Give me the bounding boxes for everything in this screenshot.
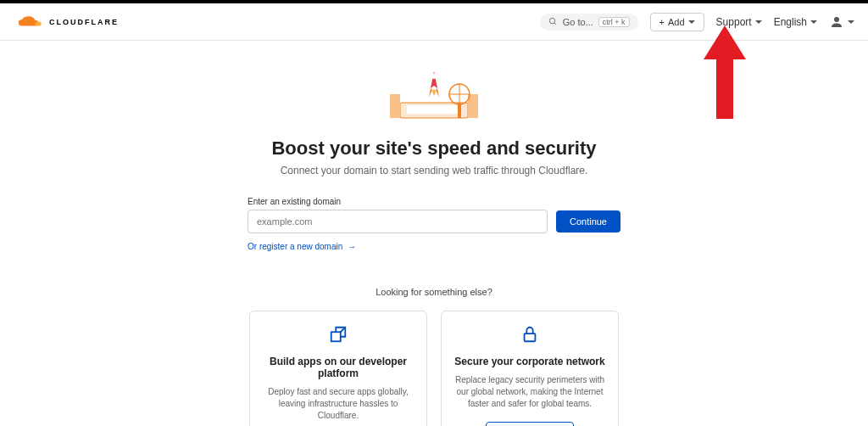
chevron-down-icon [688,20,695,24]
chevron-down-icon [848,20,854,24]
deploy-icon [329,325,348,344]
setup-zero-trust-button[interactable]: Set up Zero Trust [486,422,573,426]
card-desc: Deploy fast and secure apps globally, le… [262,386,415,422]
card-title: Secure your corporate network [453,356,606,367]
account-dropdown[interactable] [829,14,854,30]
hero-title: Boost your site's speed and security [0,137,868,160]
developer-platform-card: Build apps on our developer platform Dep… [249,311,427,426]
svg-rect-12 [331,332,341,341]
language-dropdown[interactable]: English [774,16,817,28]
hero-subtitle: Connect your domain to start sending web… [0,165,868,177]
register-domain-link[interactable]: Or register a new domain → [248,242,356,251]
cards-container: Build apps on our developer platform Dep… [0,311,868,426]
search-icon [548,17,558,26]
card-title: Build apps on our developer platform [262,356,415,379]
hero-illustration [366,64,502,124]
card-desc: Replace legacy security perimeters with … [453,374,606,410]
svg-line-13 [340,328,345,334]
header-right: Go to... ctrl + k + Add Support English [540,13,854,31]
chevron-down-icon [810,20,817,24]
cloudflare-cloud-icon [14,14,47,30]
domain-input[interactable] [248,210,548,233]
annotation-arrow [704,25,746,119]
svg-rect-10 [458,103,461,118]
user-icon [829,14,844,30]
add-label: Add [668,17,685,27]
goto-label: Go to... [563,17,593,27]
add-button[interactable]: + Add [650,13,704,31]
domain-form: Enter an existing domain Continue Or reg… [248,197,620,253]
register-link-text: Or register a new domain [248,242,342,251]
looking-for-text: Looking for something else? [0,287,868,297]
svg-point-0 [549,18,554,23]
logo-text: CLOUDFLARE [49,18,119,26]
cloudflare-logo[interactable]: CLOUDFLARE [14,14,119,30]
goto-shortcut: ctrl + k [598,17,630,27]
plus-icon: + [659,17,665,27]
domain-label: Enter an existing domain [248,197,620,206]
chevron-down-icon [755,20,762,24]
language-label: English [774,16,807,28]
svg-rect-14 [525,334,536,341]
zero-trust-card: Secure your corporate network Replace le… [441,311,619,426]
svg-rect-4 [407,105,461,114]
goto-search[interactable]: Go to... ctrl + k [540,14,638,31]
svg-line-1 [554,23,556,25]
lock-icon [520,325,539,344]
svg-rect-5 [390,94,400,118]
svg-point-11 [431,74,437,79]
continue-button[interactable]: Continue [556,210,620,233]
svg-point-2 [834,17,839,22]
arrow-right-icon: → [348,242,356,251]
